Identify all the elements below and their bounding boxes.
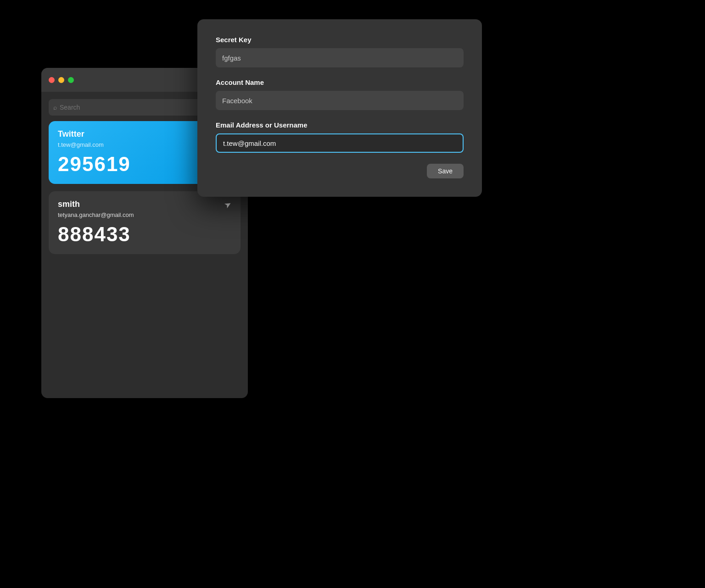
email-group: Email Address or Username	[216, 121, 464, 153]
detail-panel: Secret Key Account Name Email Address or…	[197, 19, 482, 197]
save-button[interactable]: Save	[427, 164, 464, 178]
account-name-input[interactable]	[216, 91, 464, 110]
email-label: Email Address or Username	[216, 121, 464, 129]
close-button[interactable]	[49, 77, 55, 83]
secret-key-input[interactable]	[216, 48, 464, 67]
account-code-smith: 888433	[58, 223, 231, 246]
account-name-label: Account Name	[216, 78, 464, 86]
account-email-smith: tetyana.ganchar@gmail.com	[58, 211, 231, 218]
account-name-group: Account Name	[216, 78, 464, 110]
account-card-smith[interactable]: smith ➤ tetyana.ganchar@gmail.com 888433	[49, 191, 241, 254]
search-bar: ⌕	[49, 99, 223, 116]
save-row: Save	[216, 164, 464, 178]
account-name-smith: smith	[58, 200, 80, 209]
refresh-icon-smith: ➤	[223, 199, 234, 211]
search-icon: ⌕	[53, 104, 57, 111]
secret-key-group: Secret Key	[216, 36, 464, 67]
email-input[interactable]	[216, 133, 464, 153]
secret-key-label: Secret Key	[216, 36, 464, 44]
minimize-button[interactable]	[58, 77, 64, 83]
account-name-twitter: Twitter	[58, 129, 84, 139]
search-input[interactable]	[60, 104, 218, 111]
card-header-smith: smith ➤	[58, 200, 231, 210]
maximize-button[interactable]	[68, 77, 74, 83]
